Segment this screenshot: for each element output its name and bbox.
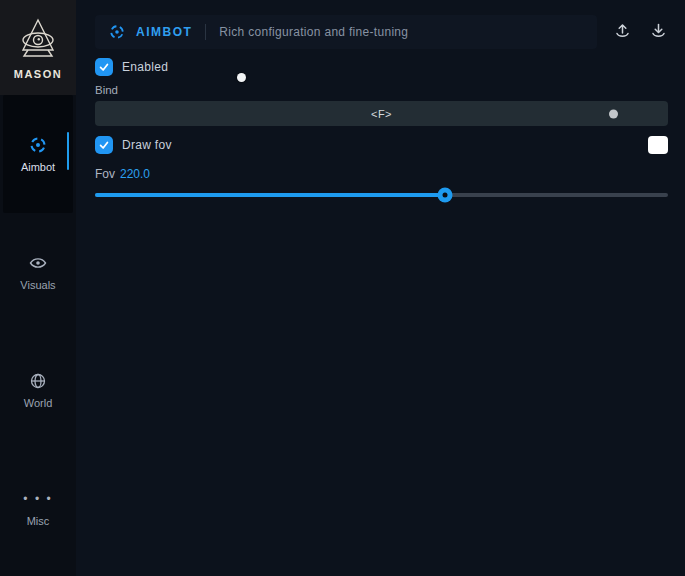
download-config-button[interactable] — [647, 21, 669, 43]
title-separator — [205, 24, 206, 40]
fov-slider-fill — [95, 193, 445, 197]
sidebar-item-label: World — [24, 397, 53, 409]
app-logo: MASON — [0, 0, 76, 95]
enabled-checkbox[interactable] — [95, 58, 113, 76]
globe-icon — [30, 372, 46, 390]
download-icon — [650, 22, 667, 42]
draw-fov-check-group: Draw fov — [95, 136, 172, 154]
sidebar-item-world[interactable]: World — [0, 331, 76, 449]
bind-input[interactable]: <F> — [95, 101, 668, 126]
active-indicator — [67, 132, 69, 170]
eye-icon — [29, 254, 47, 272]
fov-label-row: Fov220.0 — [95, 167, 668, 181]
sidebar-item-label: Aimbot — [21, 161, 55, 173]
ellipsis-icon: • • • — [23, 490, 52, 508]
sidebar-item-label: Misc — [27, 515, 50, 527]
page-title: AIMBOT — [136, 25, 192, 39]
bind-drag-dot — [609, 109, 618, 118]
fov-label: Fov — [95, 167, 115, 181]
draw-fov-checkbox[interactable] — [95, 136, 113, 154]
enabled-label: Enabled — [122, 60, 168, 74]
mason-pyramid-eye-icon — [15, 16, 61, 64]
page-subtitle: Rich configuration and fine-tuning — [219, 25, 408, 39]
sidebar-item-visuals[interactable]: Visuals — [0, 213, 76, 331]
checkmark-icon — [98, 139, 110, 151]
bind-value: <F> — [371, 108, 392, 120]
upload-icon — [614, 22, 631, 42]
enabled-row: Enabled — [95, 58, 668, 76]
fov-slider[interactable] — [95, 187, 668, 203]
crosshair-icon — [29, 136, 47, 154]
sidebar: MASON Aimbot Visuals — [0, 0, 76, 576]
draw-fov-label: Draw fov — [122, 138, 172, 152]
crosshair-icon — [109, 24, 125, 40]
upload-config-button[interactable] — [611, 21, 633, 43]
sidebar-item-aimbot[interactable]: Aimbot — [3, 95, 73, 213]
header: AIMBOT Rich configuration and fine-tunin… — [95, 15, 669, 49]
fov-slider-thumb[interactable] — [437, 188, 452, 203]
aimbot-settings: Enabled Bind <F> Draw fov Fov220.0 — [76, 49, 685, 203]
draw-fov-row: Draw fov — [95, 136, 668, 154]
sidebar-nav: Aimbot Visuals World • — [0, 95, 76, 567]
page-title-bar: AIMBOT Rich configuration and fine-tunin… — [95, 15, 597, 49]
checkmark-icon — [98, 61, 110, 73]
main-panel: AIMBOT Rich configuration and fine-tunin… — [76, 0, 685, 576]
fov-value: 220.0 — [120, 167, 150, 181]
logo-text: MASON — [14, 68, 62, 80]
fov-color-swatch[interactable] — [648, 136, 668, 154]
bind-label: Bind — [95, 84, 668, 96]
sidebar-item-label: Visuals — [20, 279, 55, 291]
sidebar-item-misc[interactable]: • • • Misc — [0, 449, 76, 567]
